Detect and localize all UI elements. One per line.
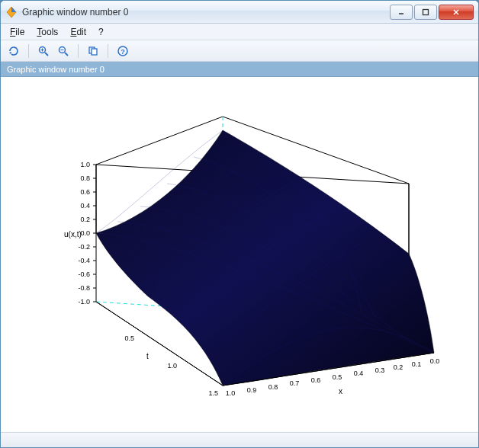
svg-text:1.0: 1.0 (80, 161, 90, 168)
minimize-button[interactable] (390, 5, 413, 20)
zoom-in-button[interactable] (35, 43, 52, 59)
svg-text:0.8: 0.8 (80, 174, 90, 182)
toolbar-separator (28, 44, 29, 58)
t-axis-label: t (146, 352, 149, 360)
svg-text:0.7: 0.7 (290, 379, 300, 387)
svg-text:1.0: 1.0 (167, 362, 177, 370)
window-title: Graphic window number 0 (22, 7, 388, 18)
toolbar: ? (1, 40, 478, 62)
svg-text:-1.0: -1.0 (78, 298, 90, 306)
titlebar: Graphic window number 0 (1, 1, 478, 24)
menu-edit[interactable]: Edit (64, 25, 92, 39)
close-button[interactable] (439, 5, 474, 20)
app-window: Graphic window number 0 File Tools Edit … (0, 0, 479, 448)
surface-plot: 1.0 0.8 0.6 0.4 0.2 0.0 -0.2 -0.4 -0.6 -… (8, 85, 471, 424)
x-axis-label: x (339, 387, 342, 395)
zoom-out-button[interactable] (55, 43, 72, 59)
svg-rect-3 (423, 9, 429, 14)
app-icon (5, 6, 18, 18)
svg-text:0.9: 0.9 (247, 386, 257, 394)
menu-tools[interactable]: Tools (31, 25, 64, 39)
svg-text:0.2: 0.2 (80, 216, 90, 223)
svg-text:0.8: 0.8 (268, 383, 278, 391)
svg-text:0.4: 0.4 (354, 370, 364, 377)
graphic-tab-label: Graphic window number 0 (7, 65, 104, 74)
svg-line-8 (45, 53, 48, 56)
z-axis-label: u(x,t) (64, 230, 82, 238)
surface-mesh (96, 130, 434, 386)
svg-text:0.3: 0.3 (375, 366, 385, 374)
svg-text:0.0: 0.0 (80, 229, 90, 237)
menu-file[interactable]: File (4, 25, 31, 39)
svg-text:0.2: 0.2 (394, 363, 403, 371)
statusbar (1, 432, 478, 447)
svg-text:1.5: 1.5 (208, 389, 218, 397)
graphic-tab-header: Graphic window number 0 (1, 62, 478, 77)
svg-text:0.5: 0.5 (333, 373, 342, 381)
svg-text:0.0: 0.0 (430, 357, 440, 365)
svg-text:0.6: 0.6 (80, 188, 90, 196)
svg-text:0.4: 0.4 (80, 202, 90, 210)
svg-line-12 (65, 53, 68, 56)
svg-text:0.5: 0.5 (124, 334, 134, 342)
svg-text:-0.8: -0.8 (78, 284, 90, 292)
window-controls (388, 5, 474, 20)
plot-area[interactable]: 1.0 0.8 0.6 0.4 0.2 0.0 -0.2 -0.4 -0.6 -… (1, 77, 478, 432)
toolbar-separator (108, 44, 108, 58)
svg-text:-0.2: -0.2 (78, 243, 90, 251)
menubar: File Tools Edit ? (1, 24, 478, 40)
svg-marker-6 (9, 52, 11, 54)
svg-text:0.1: 0.1 (412, 360, 422, 368)
help-button[interactable]: ? (114, 43, 131, 59)
svg-text:1.0: 1.0 (226, 389, 236, 397)
svg-text:?: ? (121, 47, 125, 55)
rotate-button[interactable] (5, 43, 22, 59)
copy-button[interactable] (85, 43, 101, 59)
svg-rect-15 (92, 49, 97, 55)
svg-text:-0.6: -0.6 (78, 270, 90, 278)
svg-text:-0.4: -0.4 (78, 257, 90, 264)
maximize-button[interactable] (414, 5, 437, 20)
toolbar-separator (78, 44, 79, 58)
menu-help[interactable]: ? (92, 25, 110, 39)
svg-text:0.6: 0.6 (311, 376, 321, 384)
